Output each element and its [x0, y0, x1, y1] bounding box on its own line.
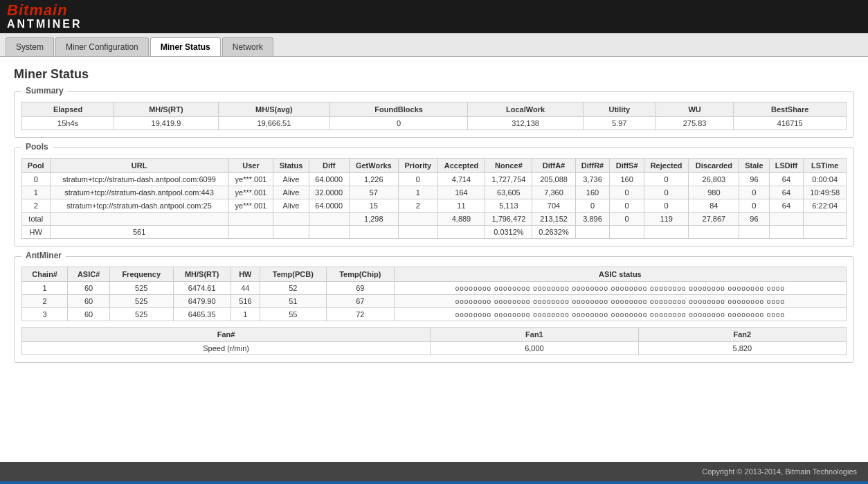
pool-row: 0stratum+tcp://stratum-dash.antpool.com:… — [22, 173, 847, 186]
chain-cell-chain: 1 — [22, 282, 68, 295]
pool-cell-lsdiff — [769, 213, 804, 226]
pool-cell-accepted: 4,714 — [437, 173, 485, 186]
pool-cell-discarded — [689, 226, 739, 239]
chain-cell-hw: 44 — [230, 282, 260, 295]
pool-cell-stale: 96 — [739, 213, 769, 226]
pool-row: 2stratum+tcp://stratum-dash.antpool.com:… — [22, 199, 847, 213]
chain-cell-asic-status: oooooooo oooooooo oooooooo oooooooo oooo… — [394, 295, 846, 308]
pool-col-diffs: DiffS# — [610, 159, 644, 173]
pool-cell-status: Alive — [273, 186, 309, 199]
pool-cell-lsdiff: 64 — [769, 186, 804, 199]
pool-cell-status: Alive — [273, 199, 309, 213]
tab-network[interactable]: Network — [222, 37, 273, 56]
pool-col-diffa: DiffA# — [532, 159, 575, 173]
fan-speed-label: Speed (r/min) — [22, 342, 431, 355]
pool-cell-priority: 0 — [398, 173, 437, 186]
pool-cell-diffr: 160 — [575, 186, 610, 199]
pool-row: 1stratum+tcp://stratum-dash.antpool.com:… — [22, 186, 847, 199]
chain-cell-hw: 516 — [230, 295, 260, 308]
pool-cell-lstime — [804, 213, 847, 226]
chain-cell-hw: 1 — [230, 308, 260, 321]
chain-col-temp-chip: Temp(Chip) — [326, 267, 394, 282]
pool-cell-diffa: 704 — [532, 199, 575, 213]
pool-cell-lsdiff: 64 — [769, 199, 804, 213]
pool-col-lsdiff: LSDiff — [769, 159, 804, 173]
pool-cell-url: 561 — [50, 226, 228, 239]
main-content: Miner Status Summary Elapsed MH/S(RT) MH… — [0, 57, 868, 462]
pool-cell-diffr — [575, 226, 610, 239]
localwork-value: 312,138 — [468, 117, 583, 130]
chain-cell-temp_pcb: 55 — [260, 308, 326, 321]
pool-cell-priority — [398, 226, 437, 239]
pool-cell-url: stratum+tcp://stratum-dash.antpool.com:4… — [50, 186, 228, 199]
pool-col-pool: Pool — [22, 159, 51, 173]
pool-cell-rejected: 0 — [644, 186, 689, 199]
nav-bar: System Miner Configuration Miner Status … — [0, 33, 868, 57]
pool-cell-accepted: 11 — [437, 199, 485, 213]
pool-cell-diff: 64.0000 — [309, 173, 349, 186]
pool-col-diffr: DiffR# — [575, 159, 610, 173]
pool-cell-lsdiff — [769, 226, 804, 239]
pool-cell-lsdiff: 64 — [769, 173, 804, 186]
chain-cell-asic: 60 — [68, 308, 110, 321]
pool-cell-diffr: 0 — [575, 199, 610, 213]
pool-cell-pool: 0 — [22, 173, 51, 186]
pool-cell-priority — [398, 213, 437, 226]
pool-cell-nonce: 63,605 — [485, 186, 532, 199]
bestshare-value: 416715 — [734, 117, 847, 130]
chain-table: Chain# ASIC# Frequency MH/S(RT) HW Temp(… — [21, 267, 847, 321]
pool-cell-rejected — [644, 226, 689, 239]
chain-cell-chain: 2 — [22, 295, 68, 308]
chain-cell-chain: 3 — [22, 308, 68, 321]
tab-miner-status[interactable]: Miner Status — [150, 37, 221, 56]
summary-section: Summary Elapsed MH/S(RT) MH/S(avg) Found… — [14, 91, 854, 138]
chain-cell-asic-status: oooooooo oooooooo oooooooo oooooooo oooo… — [394, 282, 846, 295]
pool-cell-accepted: 4,889 — [437, 213, 485, 226]
pool-cell-diff — [309, 213, 349, 226]
tab-miner-configuration[interactable]: Miner Configuration — [55, 37, 149, 56]
pool-cell-stale: 0 — [739, 199, 769, 213]
chain-col-mhrt: MH/S(RT) — [173, 267, 230, 282]
chain-col-asic: ASIC# — [68, 267, 110, 282]
pool-cell-pool: 2 — [22, 199, 51, 213]
col-wu: WU — [655, 102, 734, 117]
pool-cell-diffs — [610, 226, 644, 239]
logo-bottom: ANTMINER — [7, 18, 82, 30]
pools-table: Pool URL User Status Diff GetWorks Prior… — [21, 158, 847, 239]
chain-cell-mhrt: 6474.61 — [173, 282, 230, 295]
chain-col-asic-status: ASIC status — [394, 267, 846, 282]
pool-col-getworks: GetWorks — [349, 159, 398, 173]
pool-cell-status: Alive — [273, 173, 309, 186]
pool-col-accepted: Accepted — [437, 159, 485, 173]
chain-row: 1605256474.61445269oooooooo oooooooo ooo… — [22, 282, 847, 295]
logo-top: Bitmain — [7, 3, 82, 18]
pool-cell-lstime — [804, 226, 847, 239]
summary-row: 15h4s 19,419.9 19,666.51 0 312,138 5.97 … — [22, 117, 847, 130]
pool-cell-rejected: 0 — [644, 173, 689, 186]
pool-cell-stale: 96 — [739, 173, 769, 186]
pool-cell-user: ye***.001 — [228, 199, 273, 213]
tab-system[interactable]: System — [6, 37, 54, 56]
pool-cell-diffs: 160 — [610, 173, 644, 186]
copyright-text: Copyright © 2013-2014, Bitmain Technolog… — [702, 467, 857, 476]
pool-cell-url — [50, 213, 228, 226]
antminer-legend: AntMiner — [21, 251, 66, 260]
pool-cell-status — [273, 213, 309, 226]
pool-cell-diffa: 205,088 — [532, 173, 575, 186]
teamviewer-bar[interactable]: 👥 TeamViewer — [0, 481, 868, 484]
pool-cell-priority: 2 — [398, 199, 437, 213]
pool-cell-getworks — [349, 226, 398, 239]
pool-cell-user: ye***.001 — [228, 186, 273, 199]
pool-cell-diffs: 0 — [610, 213, 644, 226]
pool-cell-discarded: 84 — [689, 199, 739, 213]
chain-cell-temp_chip: 72 — [326, 308, 394, 321]
col-elapsed: Elapsed — [22, 102, 114, 117]
fan-col-fan1-header: Fan1 — [431, 328, 638, 342]
antminer-section: AntMiner Chain# ASIC# Frequency MH/S(RT)… — [14, 256, 854, 363]
pool-cell-getworks: 1,226 — [349, 173, 398, 186]
col-foundblocks: FoundBlocks — [329, 102, 467, 117]
pool-cell-diff: 32.0000 — [309, 186, 349, 199]
fan2-speed: 5,820 — [638, 342, 846, 355]
chain-cell-asic-status: oooooooo oooooooo oooooooo oooooooo oooo… — [394, 308, 846, 321]
pool-cell-nonce: 0.0312% — [485, 226, 532, 239]
